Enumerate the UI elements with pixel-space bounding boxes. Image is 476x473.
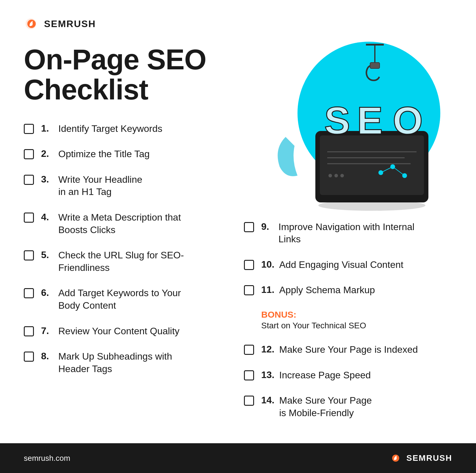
item-number-7: 7. <box>41 325 54 336</box>
checklist-item-9: 9. Improve Navigation with InternalLinks <box>244 221 452 246</box>
item-number-8: 8. <box>41 350 54 362</box>
checklist-item-6: 6. Add Target Keywords to YourBody Conte… <box>24 287 220 312</box>
checkbox-8[interactable] <box>24 352 34 362</box>
footer-logo-icon <box>389 453 402 463</box>
checklist-item-8: 8. Mark Up Subheadings withHeader Tags <box>24 350 220 375</box>
item-text-10: Add Engaging Visual Content <box>279 259 403 271</box>
item-number-11: 11. <box>261 284 274 295</box>
bonus-subtitle: Start on Your Technical SEO <box>261 321 366 330</box>
item-text-4: Write a Meta Description thatBoosts Clic… <box>58 211 181 236</box>
checklist-item-14: 14. Make Sure Your Pageis Mobile-Friendl… <box>244 394 452 419</box>
svg-point-13 <box>334 174 338 177</box>
footer-url: semrush.com <box>24 454 70 463</box>
footer: semrush.com SEMRUSH <box>0 443 476 473</box>
bonus-section: BONUS: Start on Your Technical SEO <box>244 310 452 330</box>
svg-rect-8 <box>320 135 424 195</box>
checkbox-1[interactable] <box>24 124 34 134</box>
checkbox-9[interactable] <box>244 222 254 232</box>
item-number-13: 13. <box>261 369 274 380</box>
checkbox-7[interactable] <box>24 326 34 336</box>
checkbox-10[interactable] <box>244 260 254 270</box>
checkbox-14[interactable] <box>244 396 254 406</box>
item-number-12: 12. <box>261 344 274 355</box>
checkbox-11[interactable] <box>244 285 254 295</box>
checklist-item-13: 13. Increase Page Speed <box>244 369 452 382</box>
svg-point-25 <box>394 458 396 460</box>
item-number-14: 14. <box>261 394 274 406</box>
seo-illustration: S E O <box>256 39 458 211</box>
item-text-11: Apply Schema Markup <box>279 284 375 296</box>
item-number-4: 4. <box>41 211 54 223</box>
main-container: SEMRUSH On-Page SEO Checklist <box>0 0 476 443</box>
seo-illustration-wrapper: S E O <box>256 39 458 211</box>
svg-text:O: O <box>393 99 423 142</box>
checklist-item-7: 7. Review Your Content Quality <box>24 325 220 338</box>
svg-point-2 <box>30 23 32 26</box>
left-column: 1. Identify Target Keywords 2. Optimize … <box>24 123 232 433</box>
item-text-3: Write Your Headlinein an H1 Tag <box>58 174 142 198</box>
checkbox-3[interactable] <box>24 175 34 185</box>
checklist-item-10: 10. Add Engaging Visual Content <box>244 259 452 271</box>
item-number-2: 2. <box>41 148 54 159</box>
item-number-5: 5. <box>41 249 54 260</box>
semrush-logo-icon <box>24 18 39 30</box>
checklist-item-1: 1. Identify Target Keywords <box>24 123 220 135</box>
item-text-5: Check the URL Slug for SEO-Friendliness <box>58 249 184 274</box>
item-text-12: Make Sure Your Page is Indexed <box>279 344 418 356</box>
item-text-9: Improve Navigation with InternalLinks <box>278 221 414 246</box>
footer-logo-text: SEMRUSH <box>406 453 452 463</box>
item-text-6: Add Target Keywords to YourBody Content <box>58 287 181 312</box>
checkbox-5[interactable] <box>24 250 34 260</box>
checkbox-6[interactable] <box>24 288 34 298</box>
svg-text:E: E <box>357 99 383 142</box>
svg-point-12 <box>328 174 332 177</box>
header-logo-text: SEMRUSH <box>44 18 96 29</box>
item-text-14: Make Sure Your Pageis Mobile-Friendly <box>279 394 372 419</box>
item-text-2: Optimize the Title Tag <box>58 148 150 160</box>
svg-rect-6 <box>370 63 380 68</box>
checkbox-12[interactable] <box>244 345 254 355</box>
item-text-7: Review Your Content Quality <box>58 325 179 338</box>
checklist-item-12: 12. Make Sure Your Page is Indexed <box>244 344 452 356</box>
item-text-1: Identify Target Keywords <box>58 123 162 135</box>
item-number-3: 3. <box>41 174 54 185</box>
item-number-10: 10. <box>261 259 274 270</box>
footer-logo: SEMRUSH <box>389 453 452 463</box>
item-number-6: 6. <box>41 287 54 298</box>
checklist-item-4: 4. Write a Meta Description thatBoosts C… <box>24 211 220 236</box>
item-number-9: 9. <box>261 221 274 232</box>
checklist-item-2: 2. Optimize the Title Tag <box>24 148 220 160</box>
item-text-13: Increase Page Speed <box>279 369 371 382</box>
checklist-item-5: 5. Check the URL Slug for SEO-Friendline… <box>24 249 220 274</box>
svg-text:S: S <box>324 99 350 142</box>
checkbox-2[interactable] <box>24 149 34 159</box>
checkbox-4[interactable] <box>24 213 34 223</box>
checkbox-13[interactable] <box>244 370 254 380</box>
item-text-8: Mark Up Subheadings withHeader Tags <box>58 350 172 375</box>
item-number-1: 1. <box>41 123 54 134</box>
header: SEMRUSH <box>24 18 452 30</box>
svg-point-14 <box>340 174 344 177</box>
checklist-item-3: 3. Write Your Headlinein an H1 Tag <box>24 174 220 198</box>
svg-point-23 <box>318 200 425 211</box>
bonus-label: BONUS: <box>261 310 452 320</box>
checklist-item-11: 11. Apply Schema Markup <box>244 284 452 296</box>
